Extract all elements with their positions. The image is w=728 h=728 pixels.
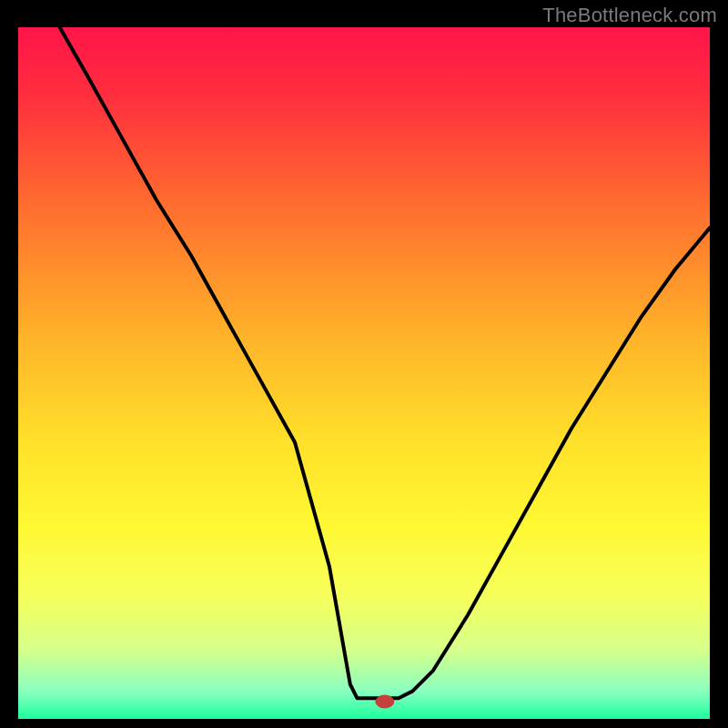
- chart-svg: [0, 0, 728, 728]
- optimum-marker: [376, 695, 394, 708]
- watermark-text: TheBottleneck.com: [542, 4, 717, 27]
